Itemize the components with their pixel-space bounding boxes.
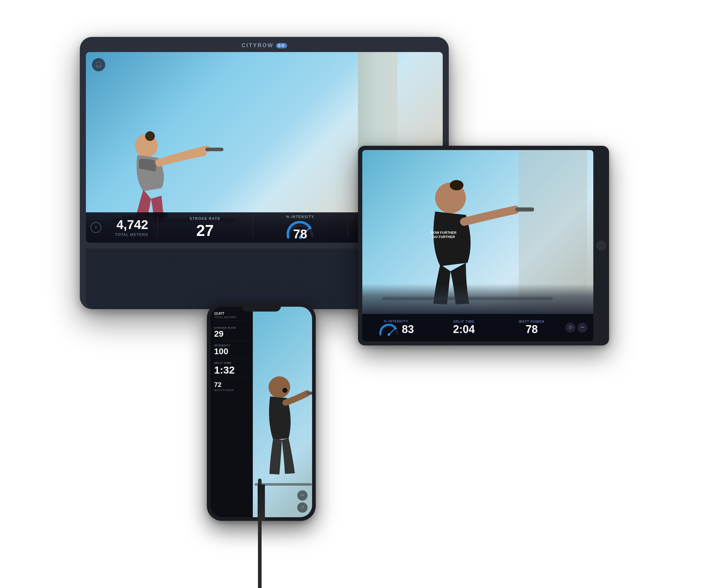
ipad-waves-button[interactable]: 〜 [578,323,587,333]
iphone-watt-section: 72 WATT POWER [214,381,249,392]
iphone-intensity: INTENSITY 100 [214,342,249,358]
audio-icon-overlay[interactable]: 🎧 [92,58,105,71]
ipad-icon-buttons: ⏱ 〜 [566,323,587,333]
ipad-stats-bar: % INTENSITY 83 SPLIT TIME [362,314,593,341]
iphone-clock-icon: ⏱ [300,505,304,510]
iphone-camera-button[interactable]: ⏱ [297,503,307,513]
iphone-notch [242,303,281,311]
iphone-split-time-value: 1:32 [214,364,249,376]
ipad-home-button[interactable] [596,241,606,250]
ipad-split-time-stat: SPLIT TIME 2:04 [436,320,491,336]
ipad-gauge-container: 83 [378,323,414,336]
instructor-figure [98,119,249,228]
svg-text:ROW FURTHER: ROW FURTHER [431,231,457,234]
svg-point-19 [283,388,287,393]
intensity-gauge: 78 [285,221,315,240]
ipad-intensity-stat: % INTENSITY 83 [368,319,424,336]
stroke-rate-label: STROKE RATE [190,217,221,221]
up-arrow-section: ↑ [86,212,109,243]
stroke-rate-value: 27 [196,223,214,238]
iphone-intensity-value: 100 [214,347,249,356]
svg-point-16 [388,333,390,336]
iphone-waves-icon: 〜 [300,493,304,498]
clock-icon: ⏱ [568,325,573,330]
ipad-intensity-label: % INTENSITY [384,319,408,323]
total-meters-value: 4,742 [116,218,148,231]
ipad-split-time-value: 2:04 [453,324,475,336]
ipad-video-background: ROW FURTHER GO FURTHER [362,150,593,314]
iphone-total-meters: 12,877 TOTAL METERS [214,311,249,321]
iphone-stroke-rate: STROKE RATE 29 [214,325,249,341]
ipad-gauge-svg [378,323,400,336]
brand-name: CITYROW [242,42,274,49]
svg-rect-2 [205,148,224,151]
up-arrow-button[interactable]: ↑ [91,222,101,233]
svg-rect-13 [515,208,534,212]
scene-container: CITYROW GO [80,37,624,551]
ipad-video-floor [362,284,593,314]
iphone-stats-section: 12,877 TOTAL METERS STROKE RATE 29 INTEN… [211,307,253,517]
iphone-device: 12,877 TOTAL METERS STROKE RATE 29 INTEN… [207,303,316,521]
headphones-icon: 🎧 [95,61,102,68]
svg-point-10 [450,180,463,190]
waves-icon: 〜 [580,325,585,330]
ipad-watt-power-stat: WATT POWER 78 [504,320,560,336]
total-meters-section: 4,742 TOTAL METERS [109,212,157,243]
iphone-split-time: SPLIT TIME 1:32 [214,360,249,378]
svg-text:GO FURTHER: GO FURTHER [432,235,455,239]
svg-rect-20 [307,392,312,395]
iphone-waves-button[interactable]: 〜 [297,490,307,501]
up-arrow-icon: ↑ [95,225,97,230]
ipad-device: ROW FURTHER GO FURTHER [358,146,609,345]
svg-line-15 [389,328,396,335]
svg-point-1 [145,131,155,141]
intensity-value: 78 [293,228,307,240]
intensity-label: % INTENSITY [286,215,314,219]
iphone-cable-connector [258,484,265,521]
iphone-total-meters-label: TOTAL METERS [214,316,249,319]
ipad-watt-power-value: 78 [526,324,538,336]
brand-bar: CITYROW GO [242,42,287,49]
iphone-stroke-rate-value: 29 [214,330,249,339]
intensity-block: % INTENSITY [253,212,348,243]
ipad-intensity-value: 83 [402,324,414,336]
iphone-total-meters-value: 12,877 [214,311,249,315]
iphone-watt-value: 72 [214,381,249,389]
stroke-rate-block: STROKE RATE 27 [158,212,252,243]
svg-point-18 [269,376,290,398]
ipad-screen: ROW FURTHER GO FURTHER [362,150,593,341]
total-meters-label: TOTAL METERS [115,232,148,237]
iphone-watt-label: WATT POWER [214,389,249,392]
brand-badge: GO [276,43,287,48]
ipad-clock-button[interactable]: ⏱ [566,323,575,333]
